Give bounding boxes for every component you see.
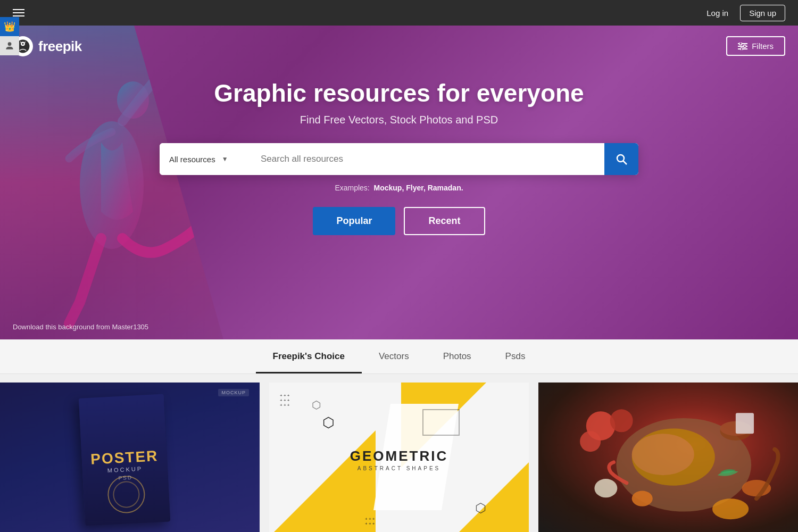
svg-point-18: [632, 434, 694, 475]
svg-point-10: [739, 43, 742, 45]
geo-triangle-bottom-left: [269, 430, 376, 532]
examples-prefix: Examples:: [335, 184, 369, 192]
svg-point-21: [580, 431, 601, 452]
food-items-svg: [538, 383, 798, 532]
category-tabs: Freepik's Choice Vectors Photos Psds: [0, 339, 798, 374]
nav-left: [13, 9, 24, 16]
hero-subtitle: Find Free Vectors, Stock Photos and PSD: [0, 114, 798, 126]
hamburger-menu[interactable]: [13, 9, 24, 16]
card-geometric-abstract[interactable]: + + ++ + ++ + + + + ++ + + ⬡ ⬡ ⬡ GEOMETR…: [269, 383, 529, 532]
tab-vectors[interactable]: Vectors: [362, 339, 426, 373]
svg-point-11: [744, 45, 746, 47]
tab-psds[interactable]: Psds: [488, 339, 543, 373]
geo-rect-outline: [422, 409, 460, 436]
svg-line-14: [624, 161, 627, 165]
examples-text: Mockup, Flyer, Ramadan.: [374, 184, 463, 192]
recent-button[interactable]: Recent: [404, 207, 485, 235]
login-button[interactable]: Log in: [701, 5, 734, 21]
geo-dots-top-left: + + ++ + ++ + +: [280, 393, 289, 408]
tab-photos[interactable]: Photos: [426, 339, 488, 373]
search-input[interactable]: [250, 143, 604, 175]
filters-button[interactable]: Filters: [726, 36, 785, 56]
hero-actions: Popular Recent: [0, 207, 798, 235]
geo-hex-1: ⬡: [312, 398, 321, 411]
content-section: 👑 POSTER MOCKUP PSD: [0, 374, 798, 532]
badge-group: 👑: [0, 17, 19, 55]
tab-freepiks-choice[interactable]: Freepik's Choice: [256, 339, 362, 373]
geo-subtitle-text: ABSTRACT SHAPES: [350, 466, 448, 471]
geo-title-text: GEOMETRIC: [350, 448, 448, 464]
logo[interactable]: freepik: [13, 36, 82, 56]
chevron-down-icon: ▼: [222, 155, 228, 163]
top-nav: Log in Sign up: [0, 0, 798, 26]
user-badge-button[interactable]: [0, 36, 19, 55]
svg-point-28: [712, 498, 749, 519]
logo-text: freepik: [38, 38, 82, 55]
poster-card-inner: POSTER MOCKUP PSD: [79, 394, 170, 526]
search-examples: Examples: Mockup, Flyer, Ramadan.: [0, 184, 798, 192]
signup-button[interactable]: Sign up: [740, 5, 785, 21]
search-button[interactable]: [604, 143, 638, 175]
resource-type-dropdown[interactable]: All resources ▼: [160, 143, 250, 175]
geo-triangle-bottom-right: [454, 462, 529, 532]
geo-hex-3: ⬡: [475, 501, 486, 516]
svg-point-22: [594, 479, 617, 497]
poster-psd: PSD: [92, 473, 160, 483]
search-icon: [615, 153, 628, 165]
geo-text-group: GEOMETRIC ABSTRACT SHAPES: [350, 448, 448, 471]
filters-icon: [738, 43, 747, 50]
grid-divider-2: [532, 383, 535, 532]
hero-section: freepik Filters Graphic resources for ev…: [0, 26, 798, 339]
svg-point-13: [617, 155, 624, 162]
popular-button[interactable]: Popular: [313, 207, 395, 235]
hero-title: Graphic resources for everyone: [0, 79, 798, 107]
user-icon: [4, 40, 15, 51]
dropdown-value: All resources: [169, 155, 215, 164]
search-bar: All resources ▼: [160, 143, 638, 175]
hero-content: Graphic resources for everyone Find Free…: [0, 79, 798, 235]
nav-right: Log in Sign up: [701, 5, 785, 21]
geo-hex-2: ⬡: [322, 414, 335, 431]
svg-point-15: [8, 42, 12, 46]
filters-label: Filters: [752, 41, 774, 51]
crown-badge-button[interactable]: 👑: [0, 17, 19, 36]
svg-rect-26: [736, 413, 754, 434]
geo-dots-bottom: + + ++ + +: [365, 517, 375, 526]
svg-point-20: [610, 409, 633, 432]
grid-divider-1: [263, 383, 266, 532]
svg-point-12: [741, 47, 743, 50]
content-grid: POSTER MOCKUP PSD MOCKUP: [0, 374, 798, 532]
card-poster-mockup[interactable]: POSTER MOCKUP PSD MOCKUP: [0, 383, 260, 532]
svg-point-4: [22, 43, 23, 45]
card-food-photo[interactable]: [538, 383, 798, 532]
svg-point-27: [632, 491, 653, 506]
download-credit: Download this background from Master1305: [13, 323, 148, 331]
